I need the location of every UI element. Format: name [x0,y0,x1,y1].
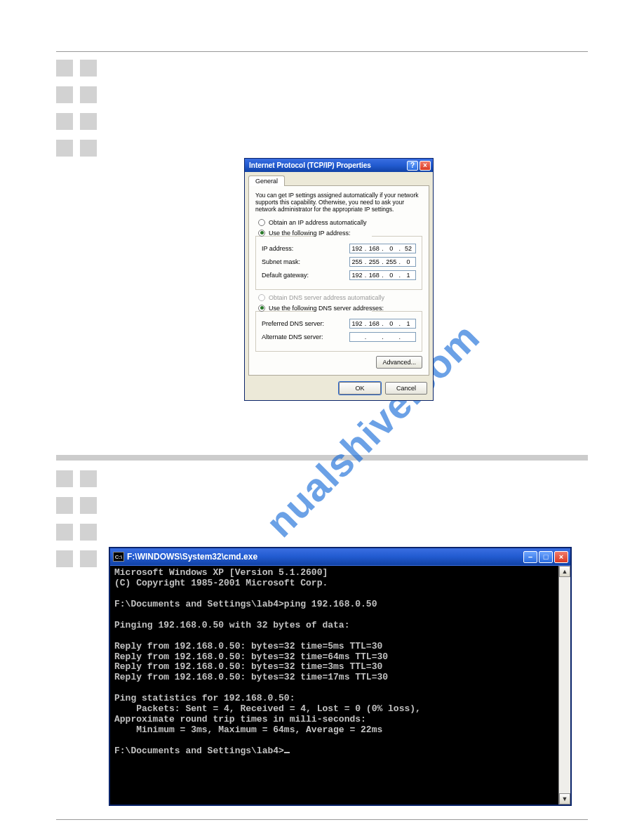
ip-address-group: IP address: 192. 168. 0. 52 Subnet mask:… [255,236,422,290]
close-icon[interactable]: × [420,161,431,171]
page-mid-rule [56,455,588,461]
radio-icon [258,305,265,312]
radio-use-dns[interactable]: Use the following DNS server addresses: [258,305,422,312]
field-label: Default gateway: [262,272,309,279]
radio-label: Obtain DNS server address automatically [269,294,384,301]
scroll-up-icon[interactable]: ▲ [559,566,570,577]
field-ip-address: IP address: 192. 168. 0. 52 [262,244,416,253]
dns-group: Preferred DNS server: 192. 168. 0. 1 Alt… [255,311,422,352]
dialog-title: Internet Protocol (TCP/IP) Properties [249,161,371,169]
dialog-titlebar[interactable]: Internet Protocol (TCP/IP) Properties ? … [245,159,433,172]
cmd-icon: C:\ [113,552,124,562]
cmd-title: F:\WINDOWS\System32\cmd.exe [127,552,257,562]
ip-address-input[interactable]: 192. 168. 0. 52 [349,244,416,253]
default-gateway-input[interactable]: 192. 168. 0. 1 [349,270,416,280]
cancel-button[interactable]: Cancel [385,382,427,395]
decor-squares-top [56,60,97,157]
cmd-scrollbar[interactable]: ▲ ▼ [558,566,570,805]
help-icon[interactable]: ? [407,161,418,171]
field-label: IP address: [262,245,293,252]
radio-obtain-dns: Obtain DNS server address automatically [258,294,422,301]
field-default-gateway: Default gateway: 192. 168. 0. 1 [262,270,416,280]
advanced-button[interactable]: Advanced... [376,356,422,369]
cmd-titlebar[interactable]: C:\ F:\WINDOWS\System32\cmd.exe – □ × [110,548,570,565]
radio-label: Obtain an IP address automatically [269,219,366,226]
minimize-icon[interactable]: – [523,551,537,563]
field-alternate-dns: Alternate DNS server: . . . [262,332,416,342]
ok-button[interactable]: OK [339,382,381,395]
radio-obtain-ip[interactable]: Obtain an IP address automatically [258,219,422,226]
radio-label: Use the following DNS server addresses: [269,305,384,312]
command-prompt-window: C:\ F:\WINDOWS\System32\cmd.exe – □ × Mi… [109,547,572,806]
field-label: Alternate DNS server: [262,333,323,340]
radio-icon [258,294,265,301]
scroll-track[interactable] [559,577,570,793]
close-icon[interactable]: × [554,551,568,563]
intro-text: You can get IP settings assigned automat… [255,192,422,213]
cmd-output: Microsoft Windows XP [Version 5.1.2600] … [110,566,558,805]
cursor-icon [284,752,290,753]
field-preferred-dns: Preferred DNS server: 192. 168. 0. 1 [262,319,416,329]
tab-general[interactable]: General [248,176,285,186]
decor-squares-bottom [56,470,97,567]
page-top-rule [56,51,588,52]
page-bottom-rule [56,819,588,820]
radio-label: Use the following IP address: [269,230,350,237]
tcpip-properties-dialog: Internet Protocol (TCP/IP) Properties ? … [244,158,434,401]
radio-icon [258,230,265,237]
field-label: Subnet mask: [262,258,300,265]
subnet-mask-input[interactable]: 255. 255. 255. 0 [349,257,416,267]
alternate-dns-input[interactable]: . . . [349,332,416,342]
radio-icon [258,219,265,226]
preferred-dns-input[interactable]: 192. 168. 0. 1 [349,319,416,329]
scroll-down-icon[interactable]: ▼ [559,793,570,805]
radio-use-ip[interactable]: Use the following IP address: [258,230,422,237]
field-subnet-mask: Subnet mask: 255. 255. 255. 0 [262,257,416,267]
maximize-icon[interactable]: □ [539,551,553,563]
field-label: Preferred DNS server: [262,320,324,327]
